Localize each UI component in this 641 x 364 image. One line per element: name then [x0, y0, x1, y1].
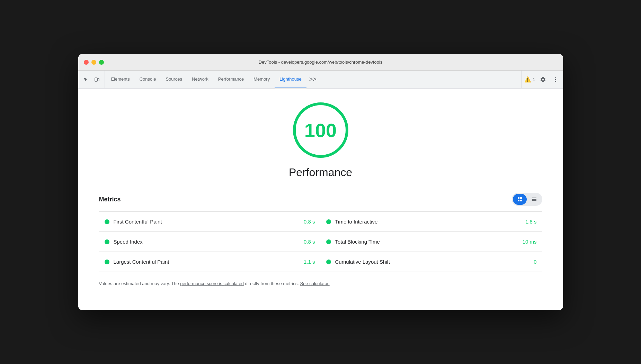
lcp-name: Largest Contentful Paint [114, 259, 300, 265]
tab-lighthouse[interactable]: Lighthouse [275, 71, 306, 88]
metric-row-1: First Contentful Paint 0.8 s Time to Int… [99, 212, 542, 232]
metric-lcp: Largest Contentful Paint 1.1 s [99, 252, 321, 272]
tab-performance[interactable]: Performance [213, 71, 249, 88]
metric-tti: Time to Interactive 1.8 s [321, 212, 542, 231]
svg-point-3 [555, 79, 556, 80]
tbt-dot [326, 239, 331, 244]
metrics-header: Metrics [99, 193, 542, 206]
calculator-link[interactable]: See calculator. [300, 281, 329, 286]
more-options-button[interactable] [551, 75, 560, 84]
cls-value: 0 [534, 259, 536, 265]
metric-row-2: Speed Index 0.8 s Total Blocking Time 10… [99, 232, 542, 252]
warning-badge[interactable]: ⚠️ 1 [524, 76, 535, 83]
device-toggle-icon[interactable] [92, 75, 102, 84]
metric-si: Speed Index 0.8 s [99, 232, 321, 252]
tab-memory[interactable]: Memory [249, 71, 275, 88]
metrics-title: Metrics [99, 196, 121, 203]
tti-value: 1.8 s [525, 219, 537, 225]
svg-rect-5 [518, 197, 519, 199]
score-circle: 100 [293, 102, 348, 158]
metric-tbt: Total Blocking Time 10 ms [321, 232, 542, 252]
svg-rect-9 [532, 198, 536, 198]
cls-dot [326, 260, 331, 264]
si-name: Speed Index [114, 239, 300, 245]
lcp-value: 1.1 s [304, 259, 315, 265]
metrics-grid: First Contentful Paint 0.8 s Time to Int… [99, 212, 542, 272]
toolbar-right: ⚠️ 1 [521, 71, 560, 88]
lighthouse-content: 100 Performance Metrics [78, 89, 563, 310]
fcp-value: 0.8 s [304, 219, 315, 225]
svg-rect-8 [520, 200, 522, 201]
metric-row-3: Largest Contentful Paint 1.1 s Cumulativ… [99, 252, 542, 272]
performance-score-link[interactable]: performance score is calculated [180, 281, 244, 286]
fcp-dot [105, 219, 109, 224]
metric-cls: Cumulative Layout Shift 0 [321, 252, 542, 272]
svg-rect-7 [518, 200, 519, 201]
si-dot [105, 239, 109, 244]
si-value: 0.8 s [304, 239, 315, 245]
cls-name: Cumulative Layout Shift [335, 259, 530, 265]
tab-console[interactable]: Console [135, 71, 161, 88]
cursor-icon[interactable] [81, 75, 91, 84]
tti-name: Time to Interactive [335, 219, 521, 225]
view-toggle [512, 193, 542, 206]
svg-point-2 [555, 77, 556, 78]
devtools-tabs: Elements Console Sources Network Perform… [106, 71, 520, 88]
score-label: Performance [289, 166, 352, 179]
tbt-name: Total Blocking Time [335, 239, 518, 245]
svg-rect-10 [532, 199, 536, 200]
lcp-dot [105, 260, 109, 264]
window-title: DevTools - developers.google.com/web/too… [259, 60, 383, 65]
footer-text: Values are estimated and may vary. The p… [99, 280, 542, 287]
settings-button[interactable] [538, 75, 548, 84]
traffic-lights [84, 60, 104, 65]
more-tabs-button[interactable]: >> [306, 71, 319, 88]
svg-rect-11 [532, 200, 536, 201]
tbt-value: 10 ms [523, 239, 537, 245]
tab-network[interactable]: Network [187, 71, 213, 88]
svg-point-4 [555, 81, 556, 82]
tab-sources[interactable]: Sources [161, 71, 187, 88]
maximize-button[interactable] [99, 60, 104, 65]
metrics-section: Metrics [99, 193, 542, 287]
close-button[interactable] [84, 60, 89, 65]
svg-rect-6 [520, 197, 522, 199]
score-value: 100 [304, 119, 337, 142]
tti-dot [326, 219, 331, 224]
titlebar: DevTools - developers.google.com/web/too… [78, 54, 563, 71]
tab-elements[interactable]: Elements [106, 71, 135, 88]
devtools-window: DevTools - developers.google.com/web/too… [78, 54, 563, 310]
metric-fcp: First Contentful Paint 0.8 s [99, 212, 321, 231]
warning-icon: ⚠️ [524, 76, 531, 83]
toolbar-icon-group [81, 71, 105, 88]
score-section: 100 Performance [99, 102, 542, 179]
view-grid-button[interactable] [513, 194, 527, 205]
devtools-toolbar: Elements Console Sources Network Perform… [78, 71, 563, 89]
svg-rect-0 [95, 78, 97, 81]
svg-rect-1 [98, 79, 99, 81]
view-list-button[interactable] [527, 194, 541, 205]
fcp-name: First Contentful Paint [114, 219, 300, 225]
minimize-button[interactable] [91, 60, 96, 65]
